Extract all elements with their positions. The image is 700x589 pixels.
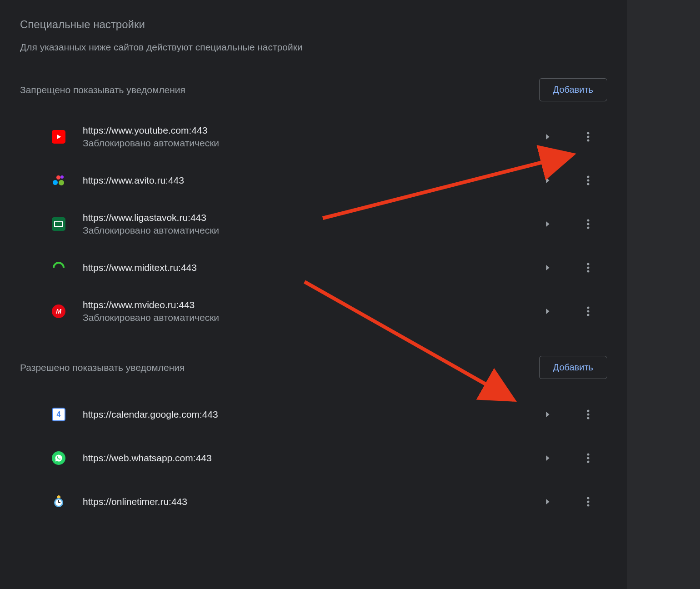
site-status: Заблокировано автоматически: [83, 312, 535, 323]
site-status: Заблокировано автоматически: [83, 138, 535, 149]
site-url: https://web.whatsapp.com:443: [83, 453, 535, 464]
svg-point-20: [587, 461, 590, 463]
site-row[interactable]: https://calendar.google.com:443: [20, 393, 607, 436]
svg-point-12: [587, 307, 590, 309]
section-main-subtitle: Для указанных ниже сайтов действуют спец…: [20, 42, 607, 53]
blocked-section-title: Запрещено показывать уведомления: [20, 85, 185, 95]
expand-button[interactable]: [535, 124, 560, 150]
svg-point-25: [587, 497, 590, 499]
blocked-section-header: Запрещено показывать уведомления Добавит…: [20, 78, 607, 101]
svg-point-1: [587, 136, 590, 138]
more-menu-button[interactable]: [575, 445, 601, 471]
more-menu-button[interactable]: [575, 168, 601, 193]
site-url: https://www.youtube.com:443: [83, 125, 535, 136]
site-row[interactable]: https://www.youtube.com:443 Заблокирован…: [20, 115, 607, 159]
site-row[interactable]: М https://www.mvideo.ru:443 Заблокирован…: [20, 290, 607, 333]
svg-point-13: [587, 310, 590, 313]
more-menu-button[interactable]: [575, 124, 601, 150]
add-blocked-button[interactable]: Добавить: [539, 78, 607, 101]
svg-point-3: [587, 176, 590, 178]
more-menu-button[interactable]: [575, 299, 601, 324]
svg-point-26: [587, 501, 590, 503]
svg-point-2: [587, 140, 590, 142]
section-main-title: Специальные настройки: [20, 18, 607, 31]
allowed-section-header: Разрешено показывать уведомления Добавит…: [20, 356, 607, 379]
ligastavok-icon: [52, 217, 65, 231]
youtube-icon: [52, 130, 65, 144]
svg-point-14: [587, 314, 590, 316]
svg-point-8: [587, 227, 590, 229]
svg-point-27: [587, 504, 590, 507]
svg-point-5: [587, 183, 590, 185]
whatsapp-icon: [52, 451, 65, 465]
settings-panel: Специальные настройки Для указанных ниже…: [0, 0, 627, 589]
svg-point-11: [587, 270, 590, 273]
site-url: https://www.miditext.ru:443: [83, 262, 535, 273]
svg-point-15: [587, 410, 590, 412]
site-row[interactable]: https://web.whatsapp.com:443: [20, 436, 607, 480]
site-row[interactable]: https://www.ligastavok.ru:443 Заблокиров…: [20, 202, 607, 246]
site-url: https://www.avito.ru:443: [83, 175, 535, 186]
svg-point-7: [587, 223, 590, 225]
expand-button[interactable]: [535, 211, 560, 237]
site-status: Заблокировано автоматически: [83, 225, 535, 236]
allowed-site-list: https://calendar.google.com:443 https://…: [20, 393, 607, 524]
site-url: https://calendar.google.com:443: [83, 409, 535, 420]
expand-button[interactable]: [535, 445, 560, 471]
more-menu-button[interactable]: [575, 489, 601, 514]
more-menu-button[interactable]: [575, 255, 601, 280]
site-url: https://onlinetimer.ru:443: [83, 496, 535, 507]
expand-button[interactable]: [535, 489, 560, 514]
google-calendar-icon: [52, 408, 65, 421]
site-row[interactable]: https://www.miditext.ru:443: [20, 246, 607, 290]
svg-point-10: [587, 267, 590, 269]
expand-button[interactable]: [535, 255, 560, 280]
svg-rect-24: [58, 495, 60, 497]
svg-point-0: [587, 132, 590, 135]
mvideo-icon: М: [52, 304, 65, 318]
expand-button[interactable]: [535, 402, 560, 427]
svg-point-18: [587, 454, 590, 456]
more-menu-button[interactable]: [575, 211, 601, 237]
svg-point-4: [587, 180, 590, 182]
svg-point-6: [587, 220, 590, 222]
svg-point-19: [587, 457, 590, 459]
site-row[interactable]: https://onlinetimer.ru:443: [20, 480, 607, 524]
site-url: https://www.mvideo.ru:443: [83, 299, 535, 310]
site-url: https://www.ligastavok.ru:443: [83, 212, 535, 223]
svg-point-9: [587, 263, 590, 265]
more-menu-button[interactable]: [575, 402, 601, 427]
add-allowed-button[interactable]: Добавить: [539, 356, 607, 379]
blocked-site-list: https://www.youtube.com:443 Заблокирован…: [20, 115, 607, 333]
svg-point-16: [587, 414, 590, 416]
svg-point-17: [587, 417, 590, 419]
avito-icon: [52, 174, 65, 187]
timer-icon: [52, 495, 65, 509]
site-row[interactable]: https://www.avito.ru:443: [20, 159, 607, 202]
allowed-section-title: Разрешено показывать уведомления: [20, 362, 185, 373]
miditext-icon: [52, 261, 65, 275]
expand-button[interactable]: [535, 168, 560, 193]
expand-button[interactable]: [535, 299, 560, 324]
